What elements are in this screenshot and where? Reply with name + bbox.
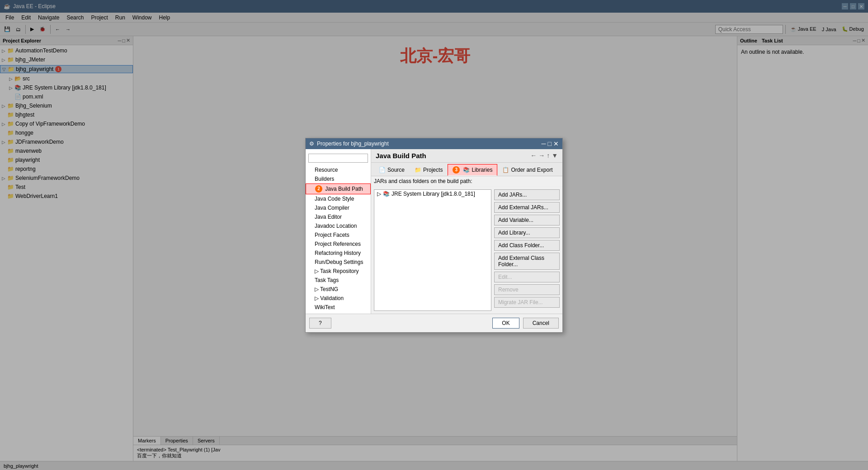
nav-refactoring-history[interactable]: Refactoring History (306, 249, 371, 258)
add-external-jars-button[interactable]: Add External JARs... (494, 202, 560, 213)
nav-validation[interactable]: ▷ Validation (306, 294, 371, 303)
dialog-minimize-button[interactable]: ─ (542, 140, 546, 147)
dialog-body: Resource Builders 2 Java Build Path Java… (306, 149, 562, 314)
nav-testng[interactable]: ▷ TestNG (306, 285, 371, 294)
add-jars-button[interactable]: Add JARs... (494, 189, 560, 200)
nav-builders[interactable]: Builders (306, 174, 371, 183)
remove-button[interactable]: Remove (494, 284, 560, 295)
properties-dialog: ⚙ Properties for bjhg_playwright ─ □ ✕ R… (305, 138, 563, 333)
libraries-buttons: Add JARs... Add External JARs... Add Var… (494, 189, 560, 311)
migrate-jar-button[interactable]: Migrate JAR File... (494, 297, 560, 308)
dialog-title: Properties for bjhg_playwright (317, 141, 389, 147)
dialog-search (306, 151, 371, 165)
annotation-badge-3: 3 (453, 166, 460, 174)
libraries-area: ▷ 📚 JRE System Library [jdk1.8.0_181] Ad… (371, 187, 562, 314)
nav-menu-button[interactable]: ▼ (552, 152, 558, 159)
add-variable-button[interactable]: Add Variable... (494, 215, 560, 226)
nav-forward-button[interactable]: → (538, 152, 545, 159)
nav-wikitext[interactable]: WikiText (306, 303, 371, 312)
nav-java-build-path[interactable]: 2 Java Build Path (306, 183, 371, 194)
nav-back-button[interactable]: ← (530, 152, 537, 159)
nav-up-button[interactable]: ↑ (547, 152, 550, 159)
nav-project-references[interactable]: Project References (306, 240, 371, 249)
nav-resource[interactable]: Resource (306, 165, 371, 174)
nav-java-compiler[interactable]: Java Compiler (306, 203, 371, 212)
nav-java-editor[interactable]: Java Editor (306, 212, 371, 221)
libraries-list[interactable]: ▷ 📚 JRE System Library [jdk1.8.0_181] (374, 189, 491, 311)
source-tab-label: Source (387, 167, 405, 173)
footer-action-buttons: OK Cancel (492, 318, 559, 329)
tab-projects[interactable]: 📁 Projects (410, 164, 448, 176)
annotation-badge-2: 2 (315, 185, 322, 193)
nav-project-facets[interactable]: Project Facets (306, 230, 371, 240)
dialog-icon: ⚙ (309, 141, 314, 147)
dialog-right-content: Java Build Path ← → ↑ ▼ 📄 Source (371, 149, 562, 314)
dialog-search-input[interactable] (308, 154, 368, 163)
add-library-button[interactable]: Add Library... (494, 227, 560, 238)
source-tab-icon: 📄 (379, 167, 386, 173)
dialog-close-button[interactable]: ✕ (553, 140, 559, 147)
projects-tab-icon: 📁 (415, 167, 421, 173)
edit-button[interactable]: Edit... (494, 272, 560, 282)
add-external-class-folder-button[interactable]: Add External Class Folder... (494, 253, 560, 270)
build-path-nav-buttons[interactable]: ← → ↑ ▼ (530, 152, 558, 159)
libraries-tab-label: Libraries (472, 167, 492, 173)
nav-task-repository[interactable]: ▷ Task Repository (306, 267, 371, 276)
order-export-tab-label: Order and Export (511, 167, 552, 173)
modal-overlay: ⚙ Properties for bjhg_playwright ─ □ ✕ R… (0, 0, 868, 470)
library-item-jre[interactable]: ▷ 📚 JRE System Library [jdk1.8.0_181] (374, 190, 491, 198)
nav-java-code-style[interactable]: Java Code Style (306, 194, 371, 203)
dialog-tabs: 📄 Source 📁 Projects 3 📚 Libraries 📋 (371, 163, 562, 176)
cancel-button[interactable]: Cancel (523, 318, 559, 329)
projects-tab-label: Projects (423, 167, 443, 173)
nav-javadoc-location[interactable]: Javadoc Location (306, 221, 371, 230)
dialog-titlebar: ⚙ Properties for bjhg_playwright ─ □ ✕ (306, 138, 562, 149)
lib-arrow-icon: ▷ (377, 191, 381, 197)
dialog-maximize-button[interactable]: □ (548, 140, 552, 147)
build-path-header: Java Build Path ← → ↑ ▼ (371, 149, 562, 163)
order-export-tab-icon: 📋 (502, 167, 509, 173)
ok-button[interactable]: OK (492, 318, 519, 329)
dialog-footer: ? OK Cancel (306, 314, 562, 332)
libraries-tab-icon: 📚 (463, 167, 470, 173)
jars-description: JARs and class folders on the build path… (371, 176, 562, 187)
nav-run-debug-settings[interactable]: Run/Debug Settings (306, 258, 371, 267)
add-class-folder-button[interactable]: Add Class Folder... (494, 240, 560, 251)
jre-library-label: JRE System Library [jdk1.8.0_181] (392, 191, 475, 197)
tab-source[interactable]: 📄 Source (374, 164, 410, 176)
tab-order-export[interactable]: 📋 Order and Export (497, 164, 557, 176)
nav-task-tags[interactable]: Task Tags (306, 276, 371, 285)
dialog-left-nav: Resource Builders 2 Java Build Path Java… (306, 149, 371, 314)
help-button[interactable]: ? (309, 318, 331, 329)
tab-libraries[interactable]: 3 📚 Libraries (448, 164, 497, 176)
jre-library-icon: 📚 (383, 191, 390, 197)
build-path-title: Java Build Path (376, 152, 426, 160)
